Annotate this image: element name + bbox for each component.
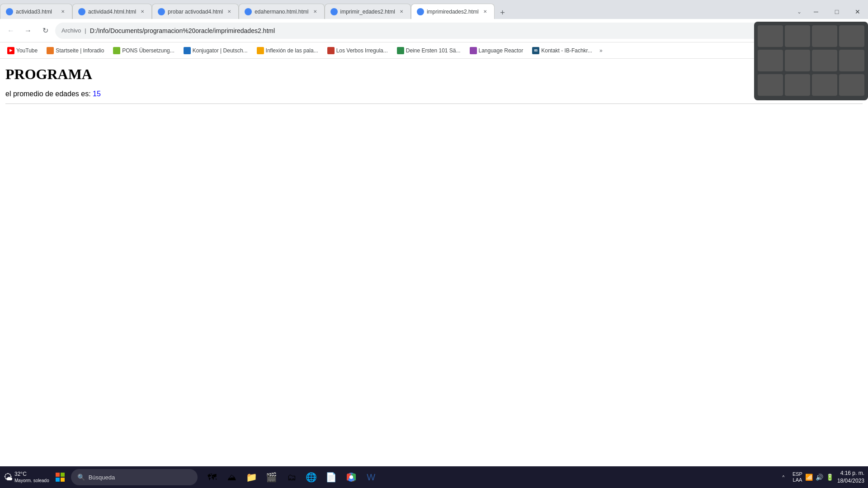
forward-button[interactable]: → [21,23,35,38]
close-button[interactable]: ✕ [847,5,868,19]
thumbnail-5[interactable] [758,50,783,71]
youtube-favicon-icon: ▶ [7,47,14,54]
svg-rect-3 [61,478,65,482]
bookmark-verbos[interactable]: Los Verbos Irregula... [324,45,392,56]
tab-title: imprimiredades2.html [427,9,479,15]
svg-rect-0 [56,473,60,477]
taskbar-app-chrome[interactable] [342,468,360,486]
new-tab-button[interactable]: + [496,6,509,19]
address-protocol: Archivo [61,27,81,34]
bookmark-label: Language Reactor [479,47,524,54]
thumbnail-1[interactable] [758,25,783,47]
region-code: LAA [793,477,802,483]
thumbnail-9[interactable] [758,74,783,96]
search-icon: 🔍 [77,474,85,481]
thumbnail-3[interactable] [812,25,837,47]
tab-favicon [330,8,338,15]
bookmark-label: Los Verbos Irregula... [336,47,388,54]
tab-probar[interactable]: probar activodad4.html ✕ [152,4,239,19]
back-button[interactable]: ← [4,23,18,38]
bookmark-pons[interactable]: PONS Übersetzung... [109,45,178,56]
page-body-text: el promedio de edades es: 15 [5,90,863,98]
kontakt-favicon-icon: IB [532,47,539,54]
bookmarks-overflow: » [599,47,603,54]
taskbar-app-video[interactable]: 🎬 [263,468,281,486]
bookmark-inforadio[interactable]: Startseite | Inforadio [43,45,108,56]
weather-temp: 32°C [14,471,49,478]
page-content: PROGRAMA el promedio de edades es: 15 [0,59,868,466]
address-bar[interactable]: Archivo | D:/Info/Documents/programacion… [55,23,816,39]
taskbar-app-files[interactable]: 📁 [243,468,261,486]
bookmark-konjugator[interactable]: Konjugator | Deutsch... [180,45,251,56]
refresh-button[interactable]: ↻ [38,23,52,38]
bookmark-label: PONS Übersetzung... [122,47,174,54]
taskbar-app-acrobat[interactable]: 📄 [322,468,340,486]
svg-point-5 [349,475,353,479]
thumbnail-4[interactable] [839,25,864,47]
taskbar-app-word[interactable]: W [362,468,380,486]
address-url: D:/Info/Documents/programacion%20oracle/… [90,27,810,34]
taskbar-right: ^ ESP LAA 📶 🔊 🔋 4:16 p. m. 18/04/2023 [778,468,864,486]
taskbar-apps: 🗺 ⛰ 📁 🎬 🗂 🌐 📄 [203,468,380,486]
svg-rect-2 [56,478,60,482]
thumbnail-7[interactable] [812,50,837,71]
maximize-button[interactable]: □ [826,5,847,19]
weather-widget[interactable]: 🌤 32°C Mayorm. soleado [4,471,49,484]
language-code: ESP [793,471,802,477]
clock-date: 18/04/2023 [837,477,864,485]
tab-title: imprimir_edades2.html [340,9,395,15]
bookmark-label: Deine Ersten 101 Sä... [406,47,461,54]
thumbnail-11[interactable] [812,74,837,96]
tab-imprimiredades2-active[interactable]: imprimiredades2.html ✕ [411,4,495,19]
bookmark-label: Startseite | Inforadio [56,47,104,54]
svg-rect-1 [61,473,65,477]
tab-favicon [417,8,424,15]
minimize-button[interactable]: ─ [806,5,826,19]
clock-time: 4:16 p. m. [837,469,864,477]
search-placeholder: Búsqueda [89,474,115,481]
tab-overflow-button[interactable]: ⌄ [793,5,806,18]
taskbar-app-edge[interactable]: 🌐 [302,468,321,486]
tab-favicon [78,8,85,15]
system-clock[interactable]: 4:16 p. m. 18/04/2023 [837,469,864,485]
tab-close-button[interactable]: ✕ [311,8,319,15]
thumbnail-8[interactable] [839,50,864,71]
taskbar-app-filemanager[interactable]: 🗂 [283,468,301,486]
tab-close-button[interactable]: ✕ [226,8,233,15]
tab-title: edahermano.html.html [255,9,308,15]
bookmark-deine[interactable]: Deine Ersten 101 Sä... [393,45,464,56]
language-reactor-favicon-icon [470,47,477,54]
thumbnail-2[interactable] [785,25,810,47]
promedio-value: 15 [93,90,101,98]
system-tray-expand[interactable]: ^ [778,468,789,486]
bookmark-youtube[interactable]: ▶ YouTube [4,45,41,56]
tab-imprimir-edades2[interactable]: imprimir_edades2.html ✕ [325,4,411,19]
thumbnail-10[interactable] [785,74,810,96]
thumbnail-6[interactable] [785,50,810,71]
bookmark-kontakt[interactable]: IB Kontakt - IB-Fachkr... [528,45,596,56]
taskbar-search-box[interactable]: 🔍 Búsqueda [71,469,198,485]
taskbar-app-maps[interactable]: 🗺 [203,468,221,486]
taskbar-app-unknown1[interactable]: ⛰ [223,468,241,486]
tab-close-button[interactable]: ✕ [398,8,405,15]
start-button[interactable] [51,468,69,486]
thumbnail-12[interactable] [839,74,864,96]
taskbar: 🌤 32°C Mayorm. soleado 🔍 Búsqueda 🗺 [0,466,868,488]
tab-edahermano[interactable]: edahermano.html.html ✕ [239,4,324,19]
tab-close-button[interactable]: ✕ [59,8,66,15]
bookmark-label: YouTube [16,47,38,54]
bookmark-label: Inflexión de las pala... [266,47,318,54]
tab-actividad3[interactable]: actividad3.html ✕ [0,4,72,19]
konjugator-favicon-icon [184,47,191,54]
system-tray: ESP LAA 📶 🔊 🔋 [793,471,834,483]
tab-close-button[interactable]: ✕ [481,8,489,15]
tab-title: probar activodad4.html [168,9,223,15]
tab-favicon [6,8,13,15]
tab-close-button[interactable]: ✕ [139,8,146,15]
tab-thumbnails-panel [754,22,868,100]
tab-actividad4[interactable]: actividad4.html.html ✕ [72,4,152,19]
bookmark-inflexion[interactable]: Inflexión de las pala... [253,45,322,56]
bookmark-language-reactor[interactable]: Language Reactor [466,45,527,56]
inforadio-favicon-icon [47,47,54,54]
tab-favicon [245,8,252,15]
